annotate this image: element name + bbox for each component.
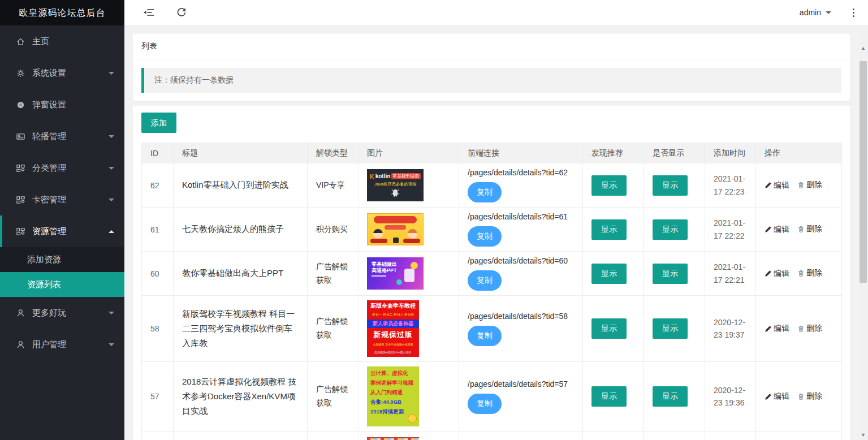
delete-link[interactable]: 删除 xyxy=(797,323,822,334)
thumbnail-ppt: 零基础做出 高逼格PPT xyxy=(367,257,424,290)
pencil-icon xyxy=(765,393,772,400)
username: admin xyxy=(800,8,821,17)
cell-operations: 编辑 删除 xyxy=(756,252,842,296)
card-title: 列表 xyxy=(133,34,850,59)
discover-show-button[interactable]: 显示 xyxy=(591,175,627,196)
copy-button[interactable]: 复制 xyxy=(468,394,502,414)
user-menu[interactable]: admin xyxy=(800,8,831,17)
trash-icon xyxy=(797,225,805,233)
col-visible: 是否显示 xyxy=(644,143,705,163)
toolbar-right: admin xyxy=(800,6,857,19)
cell-time: 2021-01-17 22:23 xyxy=(705,163,756,208)
discover-show-button[interactable]: 显示 xyxy=(591,219,627,240)
cell-image xyxy=(359,208,459,252)
chevron-up-icon xyxy=(109,227,114,233)
visible-show-button[interactable]: 显示 xyxy=(653,219,688,240)
col-frontend-link: 前端连接 xyxy=(459,143,583,163)
thumbnail-pink xyxy=(367,437,419,440)
add-button[interactable]: 添加 xyxy=(141,113,176,133)
sidebar-item-label: 用户管理 xyxy=(32,339,66,350)
discover-show-button[interactable]: 显示 xyxy=(591,264,627,284)
sidebar-item-system-settings[interactable]: 系统设置 xyxy=(0,57,124,89)
sidebar-item-resource-management[interactable]: 资源管理 xyxy=(0,215,124,247)
edit-link[interactable]: 编辑 xyxy=(765,225,789,235)
gear-icon xyxy=(15,68,26,78)
sidebar-item-user-management[interactable]: 用户管理 xyxy=(0,329,124,360)
sidebar-toggle-icon[interactable] xyxy=(141,5,156,20)
visible-show-button[interactable]: 显示 xyxy=(653,318,688,339)
sidebar-item-carousel-management[interactable]: 轮播管理 xyxy=(0,120,124,152)
cell-visible: 显示 xyxy=(644,208,705,252)
copy-button[interactable]: 复制 xyxy=(468,226,502,247)
delete-link[interactable]: 删除 xyxy=(797,268,822,278)
col-title: 标题 xyxy=(174,143,308,163)
trash-icon xyxy=(797,181,805,189)
edit-link[interactable]: 编辑 xyxy=(765,180,789,191)
cell-operations: 编辑 删除 xyxy=(756,163,842,208)
sidebar-item-card-key-management[interactable]: 卡密管理 xyxy=(0,184,124,215)
col-unlock-type: 解锁类型 xyxy=(308,143,359,163)
cell-image: 零基础做出 高逼格PPT xyxy=(359,252,459,296)
cell-title: Kotlin零基础入门到进阶实战 xyxy=(174,163,308,208)
table-header-row: ID 标题 解锁类型 图片 前端连接 发现推荐 是否显示 添加时间 操作 xyxy=(142,143,842,163)
discover-show-button[interactable]: 显示 xyxy=(591,318,627,339)
edit-link[interactable]: 编辑 xyxy=(765,269,789,279)
sidebar-item-label: 资源管理 xyxy=(32,226,66,237)
scroll-down-icon[interactable]: ▼ xyxy=(858,431,868,439)
edit-link[interactable]: 编辑 xyxy=(765,391,789,402)
cell-link: /pages/details/details?tid=60 复制 xyxy=(459,252,583,296)
visible-show-button[interactable]: 显示 xyxy=(653,386,688,407)
scroll-up-icon[interactable]: ▲ xyxy=(858,44,868,52)
cell-visible: 显示 xyxy=(644,296,705,362)
top-toolbar: admin xyxy=(124,0,868,25)
col-operations: 操作 xyxy=(756,143,842,163)
cell-unlock xyxy=(308,432,359,440)
layout-icon xyxy=(15,195,26,205)
thumbnail-driving: 新版全套学车教程 科目一 科目二 科目三 科目四 新人学员必备神器 新规保过版 … xyxy=(367,300,419,357)
cell-unlock: VIP专享 xyxy=(308,163,359,208)
chevron-down-icon xyxy=(109,312,114,317)
sidebar-item-category-management[interactable]: 分类管理 xyxy=(0,152,124,184)
user-icon xyxy=(15,340,26,350)
scrollbar-thumb[interactable] xyxy=(860,61,867,283)
refresh-icon[interactable] xyxy=(174,5,189,20)
delete-link[interactable]: 删除 xyxy=(797,224,822,234)
cell-operations: 编辑 删除 xyxy=(756,362,842,432)
delete-link[interactable]: 删除 xyxy=(797,180,822,190)
cell-image: 云计算、虚拟化 案例讲解学习视频 从入门到精通 合集:44.0GB 2018持续… xyxy=(359,362,459,432)
cell-discover xyxy=(583,432,644,440)
copy-button[interactable]: 复制 xyxy=(468,182,502,202)
visible-show-button[interactable]: 显示 xyxy=(653,264,688,284)
discover-show-button[interactable]: 显示 xyxy=(591,386,627,407)
user-icon xyxy=(15,308,26,318)
cell-link xyxy=(459,432,583,440)
sidebar-item-home[interactable]: 主页 xyxy=(0,25,124,57)
copy-button[interactable]: 复制 xyxy=(468,270,502,291)
edit-link[interactable]: 编辑 xyxy=(765,323,789,334)
resource-table: ID 标题 解锁类型 图片 前端连接 发现推荐 是否显示 添加时间 操作 62 … xyxy=(141,143,842,440)
sidebar-item-add-resource[interactable]: 添加资源 xyxy=(0,247,124,272)
vertical-scrollbar[interactable]: ▲ ▼ xyxy=(858,25,868,440)
cell-id: 62 xyxy=(142,163,174,208)
visible-show-button[interactable]: 显示 xyxy=(653,175,688,196)
cell-operations: 编辑 删除 xyxy=(756,296,842,362)
sidebar-item-resource-list[interactable]: 资源列表 xyxy=(0,272,124,297)
cell-discover: 显示 xyxy=(583,252,644,296)
cell-title: 2018云计算虚拟化视频教程 技术参考Docker容器Xen/KVM项目实战 xyxy=(174,362,308,432)
cell-time: 2020-12-23 19:36 xyxy=(705,362,756,432)
cell-time: 2021-01-17 22:22 xyxy=(705,208,756,252)
thumbnail-kids xyxy=(367,213,424,245)
cell-unlock: 广告解锁获取 xyxy=(308,362,359,432)
sidebar: 欧皇源码论坛总后台 主页 系统设置 弹窗设置 轮播管理 分类管理 xyxy=(0,0,124,440)
delete-link[interactable]: 删除 xyxy=(797,391,822,402)
copy-button[interactable]: 复制 xyxy=(468,326,502,346)
cell-id xyxy=(142,432,174,440)
sidebar-item-popup-settings[interactable]: 弹窗设置 xyxy=(0,89,124,120)
frontend-link-text: /pages/details/details?tid=62 xyxy=(468,168,574,177)
chevron-down-icon xyxy=(109,199,114,204)
more-menu-icon[interactable] xyxy=(850,6,857,19)
cell-image: 新版全套学车教程 科目一 科目二 科目三 科目四 新人学员必备神器 新规保过版 … xyxy=(359,296,459,362)
sidebar-item-more-fun[interactable]: 更多好玩 xyxy=(0,297,124,329)
thumbnail-cloud: 云计算、虚拟化 案例讲解学习视频 从入门到精通 合集:44.0GB 2018持续… xyxy=(367,366,419,426)
cell-id: 57 xyxy=(142,362,174,432)
